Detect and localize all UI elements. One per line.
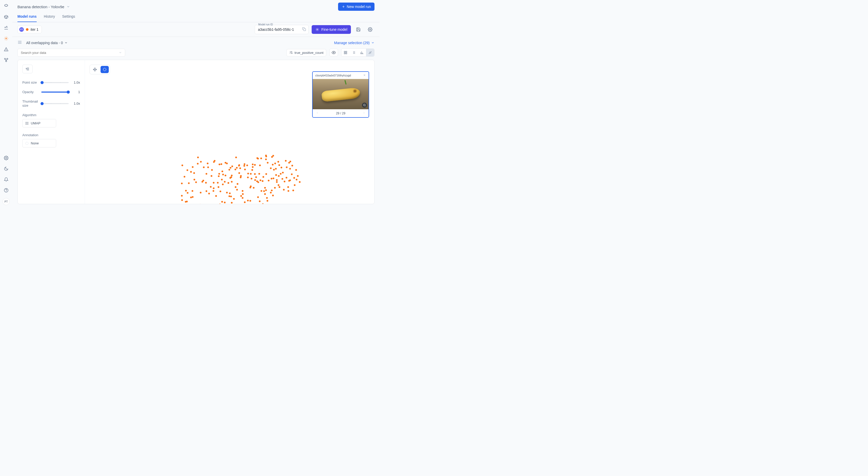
svg-point-138 — [236, 189, 238, 191]
algorithm-value: UMAP — [31, 121, 40, 125]
theme-icon[interactable] — [3, 166, 9, 172]
svg-point-273 — [280, 173, 282, 174]
copy-icon[interactable] — [302, 27, 306, 32]
view-grid-button[interactable] — [341, 49, 350, 56]
svg-point-43 — [185, 190, 187, 192]
save-icon[interactable] — [354, 25, 363, 34]
help-icon[interactable] — [3, 187, 9, 193]
svg-point-173 — [238, 164, 240, 166]
zoom-out-icon[interactable] — [362, 103, 367, 108]
svg-point-217 — [274, 187, 276, 189]
view-scatter-button[interactable] — [366, 49, 374, 56]
view-list-button[interactable] — [350, 49, 358, 56]
thumbnail-size-value: 1.0x — [71, 101, 80, 105]
svg-point-63 — [192, 196, 194, 198]
search-input[interactable] — [21, 51, 119, 55]
collapse-panel-button[interactable] — [22, 65, 33, 73]
svg-point-157 — [247, 200, 249, 201]
svg-point-66 — [197, 163, 199, 165]
svg-point-89 — [224, 181, 226, 183]
svg-point-109 — [226, 192, 228, 194]
models-icon[interactable] — [3, 35, 9, 41]
svg-point-191 — [240, 177, 242, 178]
menu-icon[interactable] — [18, 40, 22, 45]
workflows-icon[interactable] — [3, 57, 9, 63]
manage-selection-link[interactable]: Manage selection (29) — [334, 41, 374, 45]
run-settings-icon[interactable] — [366, 25, 374, 34]
view-chart-button[interactable] — [358, 49, 366, 56]
svg-point-236 — [265, 155, 267, 156]
svg-point-126 — [225, 174, 226, 177]
datasets-icon[interactable] — [3, 14, 9, 20]
svg-point-205 — [264, 193, 266, 195]
next-button[interactable] — [362, 111, 367, 116]
svg-point-18 — [370, 53, 371, 53]
svg-point-207 — [268, 180, 270, 182]
circle-dashed-icon — [25, 141, 29, 145]
issues-icon[interactable] — [3, 46, 9, 52]
annotation-select[interactable]: None — [22, 139, 56, 148]
logo-icon[interactable] — [3, 3, 9, 9]
svg-point-147 — [235, 156, 237, 158]
svg-point-258 — [291, 165, 293, 166]
svg-rect-12 — [344, 51, 345, 52]
svg-point-265 — [293, 177, 295, 179]
tab-model-runs[interactable]: Model runs — [18, 14, 37, 22]
svg-point-21 — [27, 122, 27, 122]
chevron-down-icon — [119, 51, 122, 54]
algorithm-select[interactable]: UMAP — [22, 119, 56, 127]
sort-pill[interactable]: true_positive_count — [286, 49, 326, 56]
chevron-down-icon — [371, 41, 374, 44]
svg-point-274 — [289, 168, 291, 170]
svg-point-159 — [235, 186, 237, 188]
user-avatar[interactable]: PT — [3, 198, 10, 205]
breadcrumb[interactable]: Banana detection - Yolov9e — [18, 5, 70, 9]
prev-button[interactable] — [315, 111, 320, 116]
analytics-icon[interactable] — [3, 25, 9, 31]
fine-tune-button[interactable]: Fine-tune model — [312, 25, 351, 34]
iteration-owner-avatar: PT — [19, 27, 24, 32]
preview-image[interactable] — [313, 79, 369, 109]
svg-point-64 — [184, 176, 185, 178]
svg-point-20 — [26, 122, 26, 122]
svg-point-146 — [239, 167, 241, 169]
tab-history[interactable]: History — [44, 14, 55, 22]
svg-point-166 — [250, 200, 251, 202]
svg-point-262 — [285, 160, 287, 162]
svg-point-264 — [281, 167, 282, 168]
svg-point-151 — [251, 169, 253, 171]
svg-point-115 — [205, 182, 207, 184]
run-id-field[interactable] — [255, 25, 309, 34]
svg-point-268 — [289, 161, 291, 162]
thumbnail-size-slider[interactable] — [41, 103, 68, 104]
settings-icon[interactable] — [3, 155, 9, 161]
svg-point-275 — [284, 181, 285, 182]
new-model-run-button[interactable]: New model run — [338, 3, 374, 11]
iteration-chip[interactable]: PT iter 1 — [18, 26, 42, 33]
svg-point-1 — [6, 50, 6, 51]
tab-settings[interactable]: Settings — [62, 14, 75, 22]
annotation-value: None — [31, 141, 39, 145]
svg-point-209 — [274, 163, 276, 164]
opacity-slider[interactable] — [41, 92, 68, 93]
svg-point-155 — [246, 164, 248, 166]
svg-point-171 — [236, 167, 238, 169]
svg-point-17 — [370, 52, 370, 53]
svg-point-57 — [203, 180, 204, 182]
svg-point-129 — [224, 201, 226, 203]
svg-point-140 — [240, 175, 242, 177]
close-icon[interactable] — [363, 73, 366, 77]
visibility-toggle[interactable] — [329, 49, 338, 56]
search-input-wrap[interactable] — [18, 49, 125, 57]
point-size-slider[interactable] — [41, 82, 68, 83]
notifications-icon[interactable] — [3, 177, 9, 183]
svg-point-224 — [255, 177, 257, 178]
svg-point-170 — [247, 172, 249, 174]
view-mode-group — [341, 49, 374, 57]
annotation-label: Annotation — [22, 133, 80, 137]
data-scope-dropdown[interactable]: All overlapping data - 0 — [26, 41, 68, 45]
svg-point-36 — [181, 164, 183, 166]
svg-point-276 — [292, 190, 294, 191]
svg-point-78 — [225, 162, 226, 164]
svg-point-203 — [272, 195, 274, 196]
